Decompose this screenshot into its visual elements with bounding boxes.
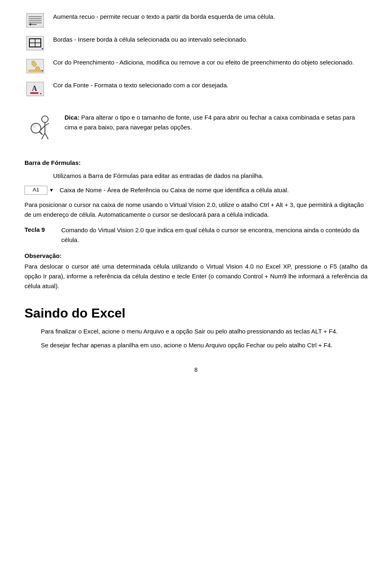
svg-point-30 (33, 125, 36, 127)
svg-point-22 (42, 116, 48, 122)
saindo-section: Saindo do Excel Para finalizar o Excel, … (24, 306, 368, 350)
dica-illustration (24, 113, 57, 145)
dica-label: Dica: (65, 114, 81, 121)
icon-row-indent: Aumenta recuo - permite recuar o texto a… (24, 12, 368, 29)
barra-intro-block: Utilizamos a Barra de Fórmulas para edit… (53, 171, 368, 181)
cursor-para-block: Para posicionar o cursor na caixa de nom… (24, 200, 368, 220)
border-icon-box (24, 35, 46, 51)
fill-color-description: Cor do Preenchimento - Adiciona, modific… (53, 58, 368, 67)
dica-box: Dica: Para alterar o tipo e o tamanho de… (24, 109, 368, 149)
name-box[interactable]: A1 (24, 186, 47, 195)
observacao-section: Observação: Para deslocar o cursor até u… (24, 252, 368, 291)
font-color-icon: A (26, 82, 44, 96)
indent-description: Aumenta recuo - permite recuar o texto a… (53, 12, 368, 22)
font-color-description: Cor da Fonte - Formata o texto seleciona… (53, 81, 368, 90)
dica-content: Para alterar o tipo e o tamanho de fonte… (65, 114, 355, 131)
tecla9-row: Tecla 9 Comando do Virtual Vision 2.0 qu… (24, 225, 368, 245)
tecla9-label: Tecla 9 (24, 225, 54, 233)
fill-color-icon-box (24, 58, 46, 74)
dica-figure (24, 113, 57, 145)
indent-icon-box (24, 12, 46, 29)
observacao-text: Para deslocar o cursor até uma determina… (24, 262, 368, 291)
formula-bar-row: A1 ▼ Caixa de Nome - Área de Referência … (24, 186, 368, 195)
saindo-para2: Se desejar fechar apenas a planilha em u… (24, 340, 368, 350)
name-box-container: A1 ▼ (24, 186, 54, 195)
svg-rect-0 (27, 13, 44, 27)
svg-rect-20 (30, 92, 38, 94)
page-number: 8 (24, 367, 368, 373)
svg-rect-16 (29, 70, 42, 72)
barra-header-row: Barra de Fórmulas: (24, 159, 368, 169)
cursor-para: Para posicionar o cursor na caixa de nom… (24, 200, 368, 220)
icon-row-fill: Cor do Preenchimento - Adiciona, modific… (24, 58, 368, 74)
tecla9-text: Comando do Virtual Vision 2.0 que indica… (61, 225, 368, 245)
border-icon (26, 36, 44, 51)
dica-text: Dica: Para alterar o tipo e o tamanho de… (65, 113, 368, 132)
svg-text:A: A (32, 84, 37, 93)
icon-row-border: Bordas - Insere borda à célula seleciona… (24, 35, 368, 51)
saindo-para1: Para finalizar o Excel, acione o menu Ar… (24, 327, 368, 336)
svg-line-27 (45, 133, 48, 139)
svg-line-25 (45, 123, 49, 126)
border-description: Bordas - Insere borda à célula seleciona… (53, 35, 368, 44)
name-box-description: Caixa de Nome - Área de Referência ou Ca… (60, 186, 289, 195)
svg-line-29 (39, 131, 42, 135)
barra-header: Barra de Fórmulas: (24, 159, 81, 166)
saindo-title: Saindo do Excel (24, 306, 368, 321)
fill-color-icon (26, 59, 44, 73)
barra-intro: Utilizamos a Barra de Fórmulas para edit… (53, 171, 368, 181)
icon-row-font-color: A Cor da Fonte - Formata o texto selecio… (24, 81, 368, 97)
name-box-dropdown-arrow: ▼ (49, 187, 54, 193)
page-content: Aumenta recuo - permite recuar o texto a… (24, 12, 368, 373)
observacao-header: Observação: (24, 252, 368, 259)
barra-formulas-section: Barra de Fórmulas: Utilizamos a Barra de… (24, 159, 368, 220)
font-color-icon-box: A (24, 81, 46, 97)
indent-icon (26, 13, 44, 28)
